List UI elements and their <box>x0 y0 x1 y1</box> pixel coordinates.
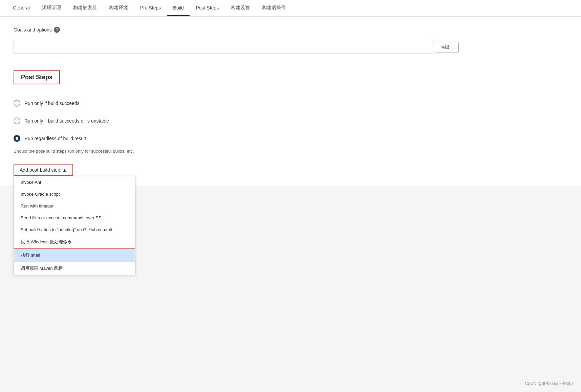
helper-text: Should the post-build steps run only for… <box>14 149 567 154</box>
tab-env[interactable]: 构建环境 <box>103 0 134 16</box>
dropdown-item-1[interactable]: Invoke Gradle script <box>14 188 135 200</box>
radio-label-2: Run only if build succeeds or is unstabl… <box>24 118 109 124</box>
radio-option-1[interactable]: Run only if build succeeds <box>14 94 567 112</box>
radio-circle-2 <box>14 117 20 124</box>
radio-circle-1 <box>14 100 20 107</box>
tab-source[interactable]: 源码管理 <box>36 0 67 16</box>
post-steps-title: Post Steps <box>14 70 60 84</box>
page-container: General 源码管理 构建触发器 构建环境 Pre Steps Build … <box>0 0 581 392</box>
goals-section: Goals and options ? 高级... <box>14 27 567 53</box>
tab-settings[interactable]: 构建设置 <box>225 0 256 16</box>
tab-poststeps[interactable]: Post Steps <box>190 0 225 16</box>
radio-label-1: Run only if build succeeds <box>24 101 80 106</box>
radio-label-3: Run regardless of build result <box>24 136 86 141</box>
dropdown-item-3[interactable]: Send files or execute commands over SSH <box>14 212 135 224</box>
add-step-container: Add post-build step ▲ Invoke Ant Invoke … <box>14 154 73 176</box>
dropdown-item-7[interactable]: 调用顶层 Maven 目标 <box>14 262 135 275</box>
tab-trigger[interactable]: 构建触发器 <box>67 0 103 16</box>
post-steps-section: Post Steps Run only if build succeeds Ru… <box>14 70 567 176</box>
add-step-label: Add post-build step <box>20 167 60 173</box>
dropdown-menu: Invoke Ant Invoke Gradle script Run with… <box>14 176 135 275</box>
goals-label: Goals and options ? <box>14 27 567 33</box>
goals-input[interactable] <box>14 40 433 53</box>
main-content: Goals and options ? 高级... Post Steps Run… <box>0 17 581 186</box>
tab-build[interactable]: Build <box>167 0 190 16</box>
tab-presteps[interactable]: Pre Steps <box>134 0 167 16</box>
dropdown-item-4[interactable]: Set build status to "pending" on GitHub … <box>14 224 135 236</box>
advanced-button[interactable]: 高级... <box>435 42 459 52</box>
watermark: CSDN @唯有代码不会骗人 <box>525 381 574 387</box>
add-step-arrow: ▲ <box>62 167 67 173</box>
radio-option-2[interactable]: Run only if build succeeds or is unstabl… <box>14 112 567 130</box>
radio-circle-3 <box>14 135 20 142</box>
dropdown-item-6[interactable]: 执行 shell <box>14 248 135 262</box>
dropdown-item-5[interactable]: 执行 Windows 批处理命令 <box>14 236 135 248</box>
add-step-button[interactable]: Add post-build step ▲ <box>14 164 73 176</box>
dropdown-item-2[interactable]: Run with timeout <box>14 200 135 212</box>
dropdown-item-0[interactable]: Invoke Ant <box>14 176 135 188</box>
tab-postbuild[interactable]: 构建后操作 <box>256 0 292 16</box>
goals-help-icon[interactable]: ? <box>54 27 60 33</box>
tab-general[interactable]: General <box>7 0 36 16</box>
goals-label-text: Goals and options <box>14 27 52 32</box>
radio-option-3[interactable]: Run regardless of build result <box>14 130 567 147</box>
radio-group: Run only if build succeeds Run only if b… <box>14 94 567 147</box>
nav-tabs: General 源码管理 构建触发器 构建环境 Pre Steps Build … <box>0 0 581 17</box>
